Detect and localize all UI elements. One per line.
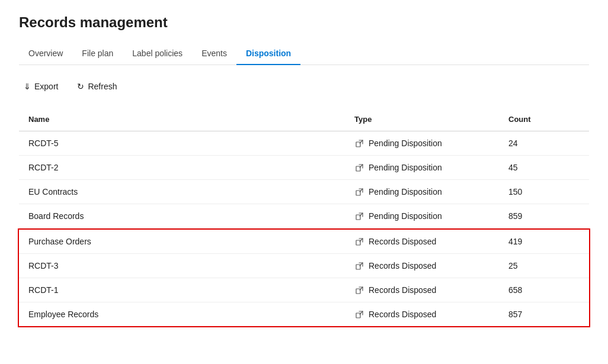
table-row[interactable]: Purchase Orders Records Disposed 419 bbox=[19, 230, 589, 254]
tab-fileplan[interactable]: File plan bbox=[72, 43, 123, 65]
external-link-icon bbox=[354, 138, 364, 148]
cell-name: Employee Records bbox=[28, 310, 354, 319]
export-button[interactable]: ⇓ Export bbox=[19, 79, 63, 94]
cell-name: RCDT-5 bbox=[28, 138, 354, 148]
table-header: Name Type Count bbox=[19, 108, 589, 131]
cell-count: 859 bbox=[508, 211, 580, 221]
cell-type: Records Disposed bbox=[354, 261, 508, 270]
svg-rect-4 bbox=[356, 240, 360, 245]
table-row[interactable]: EU Contracts Pending Disposition 150 bbox=[19, 180, 589, 204]
svg-rect-2 bbox=[356, 191, 360, 195]
cell-type: Records Disposed bbox=[354, 237, 508, 246]
external-link-icon bbox=[354, 261, 364, 270]
cell-count: 419 bbox=[508, 237, 580, 246]
export-label: Export bbox=[34, 82, 58, 91]
cell-count: 45 bbox=[508, 163, 580, 172]
external-link-icon bbox=[354, 237, 364, 246]
cell-name: Board Records bbox=[28, 211, 354, 221]
cell-type: Pending Disposition bbox=[354, 138, 508, 148]
table-container: Name Type Count RCDT-5 Pending Dispositi… bbox=[19, 108, 589, 327]
external-link-icon bbox=[354, 211, 364, 221]
cell-name: Purchase Orders bbox=[28, 237, 354, 246]
cell-name: EU Contracts bbox=[28, 187, 354, 197]
table-row[interactable]: RCDT-5 Pending Disposition 24 bbox=[19, 131, 589, 156]
cell-count: 658 bbox=[508, 285, 580, 295]
col-header-count: Count bbox=[508, 112, 580, 126]
cell-count: 150 bbox=[508, 187, 580, 197]
external-link-icon bbox=[354, 163, 364, 172]
tab-disposition[interactable]: Disposition bbox=[236, 43, 300, 65]
cell-count: 25 bbox=[508, 261, 580, 270]
col-header-name: Name bbox=[28, 112, 354, 126]
refresh-label: Refresh bbox=[88, 82, 117, 91]
svg-rect-7 bbox=[356, 313, 360, 318]
nav-tabs: Overview File plan Label policies Events… bbox=[19, 43, 589, 65]
svg-rect-5 bbox=[356, 265, 360, 269]
refresh-button[interactable]: ↻ Refresh bbox=[72, 79, 121, 94]
table-row[interactable]: Board Records Pending Disposition 859 bbox=[19, 204, 589, 228]
export-icon: ⇓ bbox=[24, 82, 31, 91]
svg-rect-6 bbox=[356, 289, 360, 294]
cell-type: Records Disposed bbox=[354, 310, 508, 319]
external-link-icon bbox=[354, 187, 364, 197]
table-row[interactable]: RCDT-3 Records Disposed 25 bbox=[19, 254, 589, 278]
page-title: Records management bbox=[19, 14, 589, 31]
svg-rect-1 bbox=[356, 166, 360, 171]
cell-count: 24 bbox=[508, 138, 580, 148]
svg-rect-0 bbox=[356, 142, 360, 147]
cell-type: Pending Disposition bbox=[354, 211, 508, 221]
cell-name: RCDT-1 bbox=[28, 285, 354, 295]
table-row[interactable]: RCDT-2 Pending Disposition 45 bbox=[19, 156, 589, 180]
tab-overview[interactable]: Overview bbox=[19, 43, 72, 65]
cell-count: 857 bbox=[508, 310, 580, 319]
external-link-icon bbox=[354, 310, 364, 319]
tab-events[interactable]: Events bbox=[192, 43, 236, 65]
external-link-icon bbox=[354, 285, 364, 295]
page-container: Records management Overview File plan La… bbox=[0, 0, 608, 364]
table-row[interactable]: Employee Records Records Disposed 857 bbox=[19, 302, 589, 326]
toolbar: ⇓ Export ↻ Refresh bbox=[19, 75, 589, 98]
table-row[interactable]: RCDT-1 Records Disposed 658 bbox=[19, 278, 589, 302]
col-header-type: Type bbox=[354, 112, 508, 126]
svg-rect-3 bbox=[356, 215, 360, 220]
cell-name: RCDT-3 bbox=[28, 261, 354, 270]
refresh-icon: ↻ bbox=[77, 82, 84, 91]
cell-name: RCDT-2 bbox=[28, 163, 354, 172]
tab-labelpolicies[interactable]: Label policies bbox=[123, 43, 192, 65]
cell-type: Pending Disposition bbox=[354, 187, 508, 197]
cell-type: Records Disposed bbox=[354, 285, 508, 295]
cell-type: Pending Disposition bbox=[354, 163, 508, 172]
highlighted-records-disposed-group: Purchase Orders Records Disposed 419 RCD… bbox=[18, 228, 590, 327]
